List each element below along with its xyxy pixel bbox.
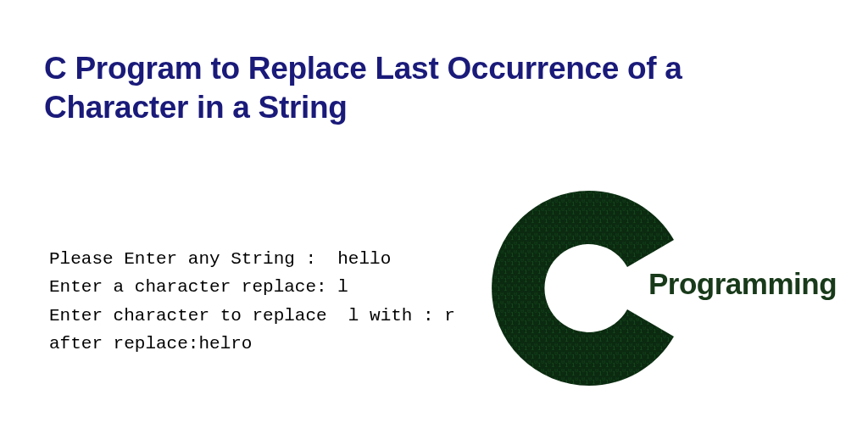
page-title: C Program to Replace Last Occurrence of … <box>44 49 824 128</box>
terminal-line-4: after replace:helro <box>49 334 252 353</box>
c-programming-logo: 1 0 Programming <box>483 182 839 394</box>
terminal-output: Please Enter any String : hello Enter a … <box>49 216 455 359</box>
logo-label: Programming <box>648 267 837 301</box>
terminal-line-2: Enter a character replace: l <box>49 277 348 297</box>
terminal-line-3: Enter character to replace l with : r <box>49 306 455 326</box>
terminal-line-1: Please Enter any String : hello <box>49 249 391 269</box>
